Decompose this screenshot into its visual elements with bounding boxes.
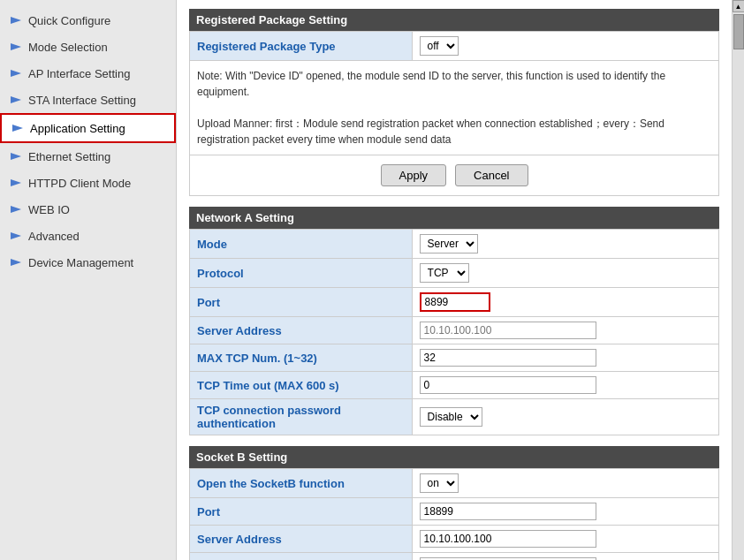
open-socketb-label: Open the SocketB function (190, 469, 413, 498)
network-a-table: Mode Server Client Protocol TCP UDP (189, 229, 719, 435)
table-row: TCP connection password authentication D… (190, 399, 719, 435)
svg-marker-5 (11, 153, 21, 160)
scrollbar[interactable]: ▲ (732, 0, 744, 560)
sidebar-item-ethernet-setting[interactable]: Ethernet Setting (0, 143, 176, 170)
protocol-cell: TCP UDP (412, 259, 718, 288)
server-address-cell (412, 317, 718, 344)
tcpb-timeout-label: TCPB Time out (MAX 600 s) (190, 553, 413, 561)
protocol-select[interactable]: TCP UDP (420, 263, 469, 283)
sidebar-item-label: WEB IO (28, 203, 70, 216)
note1: Note: With "Device ID" opened, the modul… (197, 68, 711, 100)
tcp-timeout-label: TCP Time out (MAX 600 s) (190, 372, 413, 399)
network-a-section: Network A Setting Mode Server Client Pro… (189, 207, 719, 435)
tcpb-timeout-cell (412, 553, 718, 561)
svg-marker-0 (11, 17, 21, 24)
registered-package-title: Registered Package Setting (189, 9, 719, 31)
svg-marker-1 (11, 43, 21, 50)
open-socketb-select[interactable]: on off (420, 473, 459, 493)
port-label: Port (190, 288, 413, 317)
mode-label: Mode (190, 230, 413, 259)
registered-package-section: Registered Package Setting Registered Pa… (189, 9, 719, 196)
svg-marker-6 (11, 179, 21, 186)
sidebar-item-application-setting[interactable]: Application Setting (0, 113, 176, 143)
network-a-title: Network A Setting (189, 207, 719, 229)
table-row: TCPB Time out (MAX 600 s) (190, 553, 719, 561)
sidebar-item-label: Mode Selection (28, 41, 108, 54)
sidebar-item-label: STA Interface Setting (28, 94, 136, 107)
sidebar-item-ap-interface-setting[interactable]: AP Interface Setting (0, 60, 176, 87)
sidebar-item-httpd-client-mode[interactable]: HTTPD Client Mode (0, 170, 176, 196)
registered-package-apply-button[interactable]: Apply (381, 164, 447, 186)
sidebar-item-label: HTTPD Client Mode (28, 177, 131, 190)
table-row: Registered Package Type off on (190, 32, 719, 61)
socketb-server-address-input[interactable] (420, 530, 596, 548)
svg-marker-9 (11, 259, 21, 266)
server-address-input[interactable] (420, 322, 596, 339)
registered-package-table: Registered Package Type off on (189, 31, 719, 61)
svg-marker-2 (11, 70, 21, 77)
socket-b-table: Open the SocketB function on off Port Se… (189, 468, 719, 560)
svg-marker-3 (11, 96, 21, 103)
sidebar-item-mode-selection[interactable]: Mode Selection (0, 34, 176, 60)
table-row: Server Address (190, 526, 719, 553)
server-address-label: Server Address (190, 317, 413, 344)
scroll-thumb[interactable] (733, 14, 744, 49)
table-row: MAX TCP Num. (1~32) (190, 344, 719, 372)
socketb-port-input[interactable] (420, 503, 596, 520)
socketb-server-address-cell (412, 526, 718, 553)
sidebar-item-label: Quick Configure (28, 14, 110, 27)
tcp-password-cell: Disable Enable (412, 399, 718, 435)
svg-marker-8 (11, 232, 21, 239)
max-tcp-input[interactable] (420, 349, 596, 367)
sidebar-item-label: Ethernet Setting (28, 150, 110, 163)
mode-cell: Server Client (412, 230, 718, 259)
sidebar-item-web-io[interactable]: WEB IO (0, 196, 176, 223)
protocol-label: Protocol (190, 259, 413, 288)
max-tcp-cell (412, 344, 718, 372)
svg-marker-7 (11, 206, 21, 213)
registered-package-buttons: Apply Cancel (189, 155, 719, 196)
tcp-password-label: TCP connection password authentication (190, 399, 413, 435)
sidebar-item-sta-interface-setting[interactable]: STA Interface Setting (0, 87, 176, 113)
table-row: Protocol TCP UDP (190, 259, 719, 288)
svg-marker-4 (12, 125, 23, 132)
port-cell (412, 288, 718, 317)
socket-b-title: Socket B Setting (189, 446, 719, 468)
main-content: Registered Package Setting Registered Pa… (177, 0, 732, 560)
tcp-timeout-input[interactable] (420, 376, 596, 394)
sidebar-item-label: Device Management (28, 256, 133, 269)
max-tcp-label: MAX TCP Num. (1~32) (190, 344, 413, 372)
socketb-port-cell (412, 498, 718, 526)
socketb-port-label: Port (190, 498, 413, 526)
registered-package-type-cell: off on (412, 32, 718, 61)
registered-package-type-select[interactable]: off on (420, 36, 459, 56)
socketb-server-address-label: Server Address (190, 526, 413, 553)
registered-package-notes: Note: With "Device ID" opened, the modul… (189, 61, 719, 155)
sidebar: Quick Configure Mode Selection AP Interf… (0, 0, 177, 560)
sidebar-item-advanced[interactable]: Advanced (0, 223, 176, 249)
socket-b-section: Socket B Setting Open the SocketB functi… (189, 446, 719, 560)
sidebar-item-label: Advanced (28, 230, 80, 243)
open-socketb-cell: on off (412, 469, 718, 498)
table-row: Open the SocketB function on off (190, 469, 719, 498)
table-row: Port (190, 498, 719, 526)
table-row: TCP Time out (MAX 600 s) (190, 372, 719, 399)
port-input[interactable] (420, 292, 490, 312)
sidebar-item-label: Application Setting (30, 122, 125, 135)
table-row: Port (190, 288, 719, 317)
sidebar-item-quick-configure[interactable]: Quick Configure (0, 7, 176, 34)
tcp-password-select[interactable]: Disable Enable (420, 407, 482, 427)
table-row: Mode Server Client (190, 230, 719, 259)
mode-select[interactable]: Server Client (420, 234, 478, 254)
registered-package-type-label: Registered Package Type (190, 32, 413, 61)
table-row: Server Address (190, 317, 719, 344)
registered-package-cancel-button[interactable]: Cancel (455, 164, 528, 186)
sidebar-item-label: AP Interface Setting (28, 67, 130, 80)
sidebar-item-device-management[interactable]: Device Management (0, 249, 176, 276)
note2: Upload Manner: first：Module send registr… (197, 116, 711, 148)
tcp-timeout-cell (412, 372, 718, 399)
scroll-up-button[interactable]: ▲ (733, 0, 745, 12)
